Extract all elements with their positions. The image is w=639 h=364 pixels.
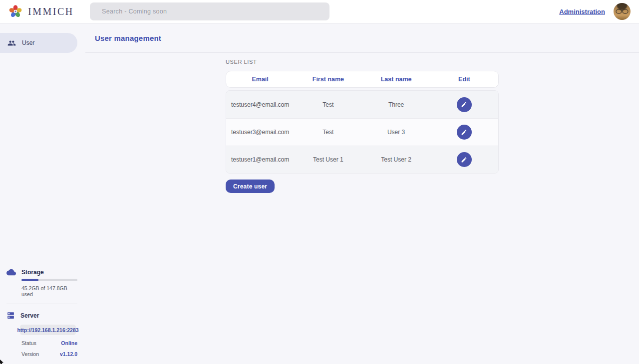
immich-flower-icon bbox=[8, 4, 23, 19]
user-avatar[interactable] bbox=[614, 3, 631, 20]
column-header-email: Email bbox=[226, 76, 294, 83]
edit-user-button[interactable] bbox=[457, 152, 472, 167]
server-version-row: Version v1.12.0 bbox=[21, 351, 77, 357]
title-bar: User management bbox=[85, 23, 639, 53]
top-bar: IMMICH Administration bbox=[0, 0, 639, 23]
pencil-icon bbox=[461, 157, 467, 163]
sidebar-divider bbox=[6, 304, 77, 304]
administration-link[interactable]: Administration bbox=[559, 8, 605, 15]
create-user-button[interactable]: Create user bbox=[226, 180, 275, 193]
user-table-header: Email First name Last name Edit bbox=[226, 71, 499, 88]
app-wordmark: IMMICH bbox=[28, 6, 74, 17]
storage-progress-fill bbox=[21, 279, 38, 281]
user-email: testuser3@email.com bbox=[226, 129, 294, 136]
cloud-icon bbox=[6, 269, 16, 276]
users-group-icon bbox=[7, 39, 16, 47]
server-section-header: Server bbox=[6, 311, 77, 320]
storage-usage-text: 45.2GB of 147.8GB used bbox=[21, 285, 77, 297]
user-email: testuser1@email.com bbox=[226, 156, 294, 163]
page-title: User management bbox=[95, 34, 161, 42]
edit-user-button[interactable] bbox=[457, 125, 472, 140]
server-title: Server bbox=[20, 312, 39, 319]
user-last-name: Three bbox=[362, 101, 430, 108]
glasses-icon bbox=[615, 8, 629, 14]
user-first-name: Test User 1 bbox=[294, 156, 362, 163]
user-email: testuser4@email.com bbox=[226, 101, 294, 108]
status-value: Online bbox=[61, 340, 77, 346]
server-url-badge: http://192.168.1.216:2283 bbox=[20, 325, 76, 335]
version-label: Version bbox=[21, 351, 39, 357]
user-first-name: Test bbox=[294, 129, 362, 136]
user-table-body: testuser4@email.com Test Three testuser3… bbox=[226, 90, 499, 174]
column-header-first-name: First name bbox=[294, 76, 362, 83]
table-row: testuser4@email.com Test Three bbox=[226, 91, 498, 118]
column-header-last-name: Last name bbox=[362, 76, 430, 83]
storage-section-header: Storage bbox=[6, 269, 77, 276]
status-label: Status bbox=[21, 340, 36, 346]
storage-title: Storage bbox=[21, 269, 44, 276]
app-logo[interactable]: IMMICH bbox=[8, 0, 74, 23]
sidebar: User Storage 45.2GB of 147.8GB used bbox=[0, 23, 85, 364]
search-bar bbox=[90, 2, 329, 20]
pencil-icon bbox=[461, 101, 467, 108]
table-row: testuser1@email.com Test User 1 Test Use… bbox=[226, 146, 498, 173]
server-status-row: Status Online bbox=[21, 340, 77, 346]
topbar-right: Administration bbox=[559, 0, 631, 23]
table-row: testuser3@email.com Test User 3 bbox=[226, 118, 498, 146]
user-first-name: Test bbox=[294, 101, 362, 108]
sidebar-bottom: Storage 45.2GB of 147.8GB used Server ht… bbox=[0, 269, 85, 364]
pencil-icon bbox=[461, 129, 467, 136]
server-dns-icon bbox=[6, 311, 15, 320]
sidebar-item-user[interactable]: User bbox=[0, 33, 77, 53]
sidebar-item-label: User bbox=[22, 39, 34, 46]
user-last-name: User 3 bbox=[362, 129, 430, 136]
column-header-edit: Edit bbox=[430, 76, 498, 83]
user-last-name: Test User 2 bbox=[362, 156, 430, 163]
main-content: User management USER LIST Email First na… bbox=[85, 23, 639, 364]
version-value: v1.12.0 bbox=[60, 351, 77, 357]
storage-progress-bar bbox=[21, 279, 77, 281]
search-input[interactable] bbox=[90, 2, 329, 20]
edit-user-button[interactable] bbox=[457, 97, 472, 112]
user-list-heading: USER LIST bbox=[226, 59, 499, 65]
